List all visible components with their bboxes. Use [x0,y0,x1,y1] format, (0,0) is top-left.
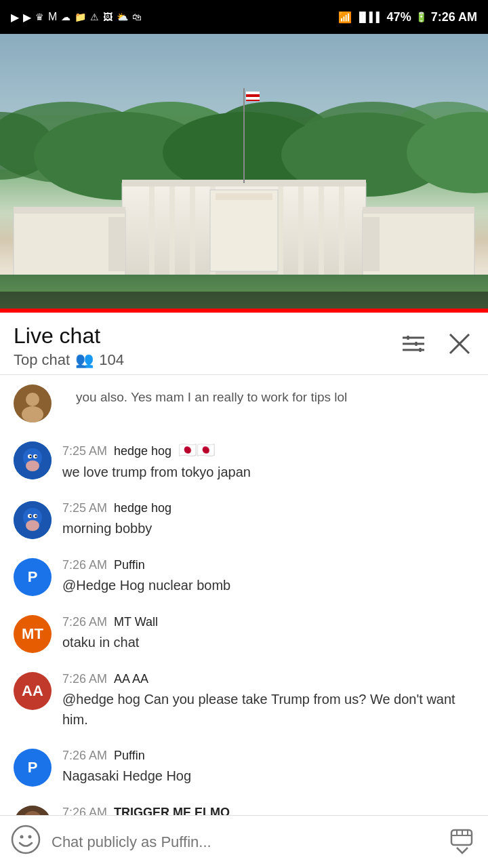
message-meta: 7:26 AM Puffin [62,749,474,763]
avatar-initial: AA [22,682,43,700]
video-frame [0,34,488,309]
message-meta: 7:26 AM Puffin [62,558,474,572]
message-meta: 7:25 AM hedge hog [62,501,474,515]
svg-rect-20 [339,186,344,275]
message-time: 7:26 AM [62,558,107,572]
message-content: 7:25 AM hedge hog morning bobby [62,501,474,538]
svg-point-54 [35,456,37,458]
viewer-count: 104 [99,351,124,369]
message-text: @hedge hog Can you please take Trump fro… [62,689,474,730]
svg-rect-15 [190,186,195,275]
svg-point-68 [12,826,39,853]
avatar: MT [14,615,52,653]
message-time: 7:26 AM [62,749,107,763]
svg-point-61 [35,515,37,517]
avatar: AA [14,672,52,710]
wifi-icon: 📶 [338,11,352,24]
send-button[interactable] [447,825,477,859]
status-bar: ▶ ▶ ♛ M ☁ 📁 ⚠ 🖼 ⛅ 🛍 📶 ▐▌▌▌ 47% 🔋 7:26 AM [0,0,488,34]
message-author: hedge hog [114,501,171,515]
battery-percent: 47% [387,10,411,24]
message-time: 7:25 AM [62,444,107,458]
message-content: 7:26 AM Puffin Nagasaki Hedge Hog [62,749,474,786]
avatar: P [14,749,52,787]
avatar-initial: P [28,568,38,586]
message-text: morning bobby [62,518,474,538]
video-player[interactable] [0,34,488,309]
chat-input[interactable] [52,833,436,851]
bag-icon: 🛍 [132,12,142,22]
list-item: 7:25 AM hedge hog morning bobby [0,492,488,549]
message-text: otaku in chat [62,632,474,652]
youtube-icon: ▶ [11,11,19,24]
list-item: AA 7:26 AM AA AA @hedge hog Can you plea… [0,663,488,739]
avatar-initial: P [28,759,38,776]
svg-rect-19 [319,186,324,275]
message-author: Puffin [114,558,145,572]
svg-rect-33 [246,92,260,94]
svg-point-70 [28,835,32,838]
svg-rect-21 [210,190,278,271]
chat-header-actions [399,329,474,363]
message-content: you also. Yes mam I an really to work fo… [62,384,474,405]
close-button[interactable] [445,329,474,363]
cloud-icon: ☁ [61,12,70,22]
emoji-button[interactable] [11,825,41,860]
svg-rect-34 [246,94,260,97]
svg-rect-13 [149,186,155,275]
svg-point-60 [30,515,32,517]
list-item: you also. Yes mam I an really to work fo… [0,375,488,432]
flag-icons: 🇯🇵🇯🇵 [178,441,215,459]
filter-button[interactable] [399,331,428,361]
svg-rect-18 [298,186,304,275]
message-author: hedge hog [114,444,171,458]
message-meta: 7:26 AM AA AA [62,672,474,686]
svg-rect-17 [278,186,283,275]
avatar [14,501,52,539]
svg-rect-29 [363,207,474,214]
message-meta: 7:25 AM hedge hog 🇯🇵🇯🇵 [62,441,474,459]
chat-messages: you also. Yes mam I an really to work fo… [0,375,488,853]
svg-point-53 [30,456,32,458]
notification-icons: ▶ ▶ ♛ M ☁ 📁 ⚠ 🖼 ⛅ 🛍 [11,11,142,24]
top-chat-label[interactable]: Top chat [14,351,70,369]
svg-point-47 [22,406,43,422]
chat-header: Live chat Top chat 👥 104 [0,313,488,375]
avatar [14,441,52,479]
svg-rect-26 [363,217,380,271]
cloud2-icon: ⛅ [117,12,128,22]
youtube2-icon: ▶ [23,11,31,24]
avatar: P [14,558,52,596]
chat-subtitle-row: Top chat 👥 104 [14,351,124,369]
svg-point-46 [26,393,39,406]
avatar-initial: MT [22,625,43,643]
message-text: Nagasaki Hedge Hog [62,766,474,786]
people-icon: 👥 [75,351,94,369]
time-display: 7:26 AM [431,10,477,24]
message-content: 7:25 AM hedge hog 🇯🇵🇯🇵 we love trump fro… [62,441,474,482]
chat-panel: Live chat Top chat 👥 104 [0,313,488,868]
alert-icon: ⚠ [90,12,99,22]
list-item: 7:25 AM hedge hog 🇯🇵🇯🇵 we love trump fro… [0,432,488,492]
svg-rect-28 [14,207,125,214]
system-status: 📶 ▐▌▌▌ 47% 🔋 7:26 AM [338,10,477,24]
svg-point-69 [20,835,24,838]
message-time: 7:25 AM [62,501,107,515]
svg-point-57 [26,520,39,531]
svg-rect-14 [169,186,175,275]
chat-title: Live chat [14,323,124,349]
svg-rect-22 [216,193,272,200]
chat-input-bar [0,815,488,868]
svg-rect-36 [0,292,488,309]
battery-icon: 🔋 [415,12,427,22]
list-item: P 7:26 AM Puffin Nagasaki Hedge Hog [0,739,488,796]
image-icon: 🖼 [103,12,113,22]
message-content: 7:26 AM AA AA @hedge hog Can you please … [62,672,474,730]
chat-header-info: Live chat Top chat 👥 104 [14,323,124,369]
avatar [14,384,52,422]
message-text: @Hedge Hog nuclear bomb [62,575,474,595]
message-meta: 7:26 AM MT Wall [62,615,474,629]
crown-icon: ♛ [35,12,44,22]
list-item: P 7:26 AM Puffin @Hedge Hog nuclear bomb [0,549,488,606]
signal-icon: ▐▌▌▌ [356,12,383,22]
